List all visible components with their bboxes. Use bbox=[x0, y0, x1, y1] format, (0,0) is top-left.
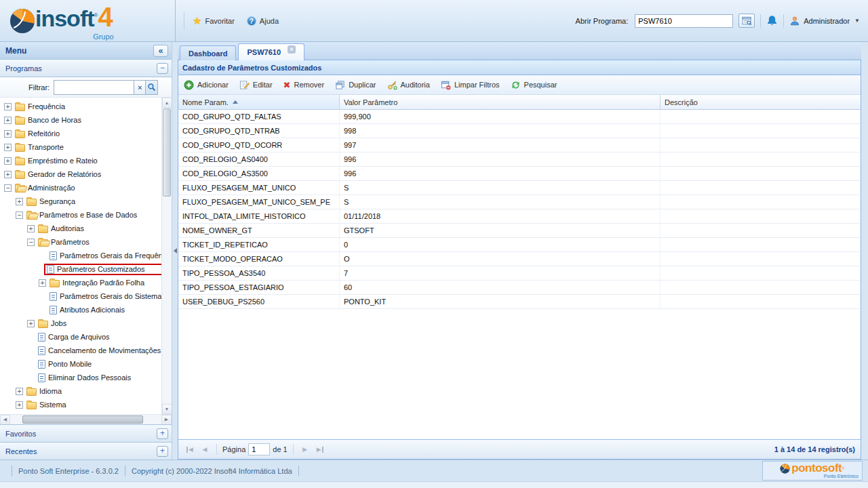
tree-item-node[interactable]: Sistema bbox=[25, 400, 70, 410]
tab-psw7610[interactable]: PSW7610 ✕ bbox=[238, 43, 304, 60]
programas-section-header[interactable]: Programas − bbox=[0, 60, 172, 77]
pesquisar-button[interactable]: Pesquisar bbox=[511, 80, 557, 90]
table-row[interactable]: FLUXO_PESAGEM_MAT_UNICO_SEM_PES bbox=[178, 195, 861, 209]
tree-item-node[interactable]: Parâmetros e Base de Dados bbox=[25, 210, 140, 220]
page-number-input[interactable] bbox=[248, 443, 270, 455]
last-page-button[interactable]: ▶ bbox=[314, 443, 326, 455]
tree-item-node[interactable]: Parâmetros Gerais do Sistema bbox=[48, 291, 161, 302]
tree-item[interactable]: +Auditorias bbox=[0, 222, 161, 235]
tree-item[interactable]: Carga de Arquivos bbox=[0, 330, 161, 344]
tree-item[interactable]: −Parâmetros bbox=[0, 235, 161, 249]
scrollbar-thumb[interactable] bbox=[163, 108, 171, 197]
recentes-expand-button[interactable]: + bbox=[157, 446, 168, 457]
tree-item[interactable]: +Idioma bbox=[0, 384, 161, 398]
table-row[interactable]: COD_RELOGIO_AS0400996 bbox=[178, 152, 861, 167]
column-header-descricao[interactable]: Descrição bbox=[660, 95, 861, 109]
table-row[interactable]: INTFOL_DATA_LIMITE_HISTORICO01/11/2018 bbox=[178, 209, 861, 224]
tab-dashboard[interactable]: Dashboard bbox=[180, 45, 236, 60]
tree-item-node[interactable]: Atributos Adicionais bbox=[48, 305, 128, 315]
tree-item[interactable]: −Parâmetros e Base de Dados bbox=[0, 208, 161, 222]
tree-item[interactable]: +Segurança bbox=[0, 195, 161, 208]
tree-item[interactable]: +Empréstimo e Rateio bbox=[0, 154, 161, 167]
user-menu-button[interactable]: Administrador ▼ bbox=[789, 16, 860, 26]
tree-item-node[interactable]: Auditorias bbox=[37, 224, 87, 234]
favoritos-section-header[interactable]: Favoritos + bbox=[0, 424, 172, 442]
expand-icon[interactable]: + bbox=[39, 279, 46, 287]
tree-item[interactable]: Atributos Adicionais bbox=[0, 303, 161, 317]
program-lookup-button[interactable] bbox=[738, 14, 755, 28]
tree-item-selected[interactable]: Parâmetros Customizados bbox=[44, 264, 161, 275]
limpar-filtros-button[interactable]: Limpar Filtros bbox=[441, 80, 500, 90]
tree-horizontal-scrollbar[interactable]: ◀ ▶ bbox=[0, 414, 172, 424]
expand-icon[interactable]: + bbox=[4, 117, 12, 124]
programas-collapse-button[interactable]: − bbox=[157, 63, 168, 74]
expand-icon[interactable]: + bbox=[4, 130, 12, 138]
tree-item[interactable]: Eliminar Dados Pessoais bbox=[0, 371, 161, 384]
tree-item-node[interactable]: Administração bbox=[14, 183, 79, 193]
expand-icon[interactable]: + bbox=[4, 157, 12, 165]
tree-item-node[interactable]: Refeitório bbox=[14, 129, 63, 139]
tree-item-node[interactable]: Cancelamento de Movimentações bbox=[37, 346, 161, 356]
scroll-up-icon[interactable]: ▲ bbox=[162, 98, 172, 108]
tree-item-node[interactable]: Integração Padrão Folha bbox=[48, 278, 148, 288]
editar-button[interactable]: Editar bbox=[239, 80, 273, 90]
close-icon[interactable]: ✕ bbox=[288, 45, 296, 54]
table-row[interactable]: NOME_OWNER_GTGTSOFT bbox=[178, 224, 861, 238]
tree-item[interactable]: Cancelamento de Movimentações bbox=[0, 344, 161, 357]
tree-item-node[interactable]: Parâmetros Gerais da Frequên bbox=[48, 251, 161, 261]
abrir-programa-input[interactable] bbox=[635, 14, 733, 28]
table-row[interactable]: FLUXO_PESAGEM_MAT_UNICOS bbox=[178, 181, 861, 195]
tree-item[interactable]: +Sistema bbox=[0, 398, 161, 411]
collapse-icon[interactable]: − bbox=[4, 184, 12, 192]
tree-item-node[interactable]: Jobs bbox=[37, 319, 70, 329]
tree-item[interactable]: Parâmetros Customizados bbox=[0, 262, 161, 276]
tree-item[interactable]: Parâmetros Gerais da Frequên bbox=[0, 249, 161, 262]
tree-item-node[interactable]: Gerador de Relatórios bbox=[14, 169, 104, 180]
collapse-icon[interactable]: − bbox=[16, 211, 23, 219]
splitter-collapse-icon[interactable] bbox=[174, 248, 177, 253]
tree-item-node[interactable]: Ponto Mobile bbox=[37, 359, 95, 369]
expand-icon[interactable]: + bbox=[4, 103, 12, 110]
tree-item-node[interactable]: Frequência bbox=[14, 102, 68, 112]
table-row[interactable]: COD_GRUPO_QTD_NTRAB998 bbox=[178, 124, 861, 138]
tree-item[interactable]: +Banco de Horas bbox=[0, 113, 161, 127]
filter-input[interactable] bbox=[54, 80, 134, 95]
notifications-bell-icon[interactable] bbox=[766, 15, 778, 26]
expand-icon[interactable]: + bbox=[27, 225, 35, 232]
previous-page-button[interactable]: ◀ bbox=[199, 443, 211, 455]
remover-button[interactable]: ✖ Remover bbox=[283, 81, 325, 89]
tree-item-node[interactable]: Segurança bbox=[25, 197, 79, 207]
tree-item[interactable]: Ponto Mobile bbox=[0, 357, 161, 371]
sidebar-collapse-button[interactable]: « bbox=[153, 45, 168, 57]
first-page-button[interactable]: ◀ bbox=[184, 443, 196, 455]
scroll-left-icon[interactable]: ◀ bbox=[0, 415, 10, 425]
tree-item[interactable]: Parâmetros Gerais do Sistema bbox=[0, 289, 161, 303]
ajuda-button[interactable]: ? Ajuda bbox=[247, 16, 279, 26]
favoritos-expand-button[interactable]: + bbox=[157, 428, 168, 439]
column-header-valor-parametro[interactable]: Valor Parâmetro bbox=[340, 95, 660, 109]
tree-item-node[interactable]: Parâmetros bbox=[37, 237, 93, 247]
collapse-icon[interactable]: − bbox=[27, 239, 35, 246]
recentes-section-header[interactable]: Recentes + bbox=[0, 442, 172, 460]
tree-item[interactable]: +Transporte bbox=[0, 140, 161, 154]
tree-item[interactable]: +Gerador de Relatórios bbox=[0, 167, 161, 181]
table-row[interactable]: TICKET_ID_REPETICAO0 bbox=[178, 238, 861, 252]
tree-item-node[interactable]: Eliminar Dados Pessoais bbox=[37, 373, 134, 383]
table-row[interactable]: TICKET_MODO_OPERACAOO bbox=[178, 252, 861, 266]
favoritar-button[interactable]: ★ Favoritar bbox=[193, 15, 235, 27]
table-row[interactable]: COD_GRUPO_QTD_FALTAS999,900 bbox=[178, 110, 861, 124]
tree-item[interactable]: −Administração bbox=[0, 181, 161, 195]
tree-item[interactable]: +Integração Padrão Folha bbox=[0, 276, 161, 289]
table-row[interactable]: TIPO_PESSOA_ESTAGIARIO60 bbox=[178, 281, 861, 295]
tree-item[interactable]: +Jobs bbox=[0, 317, 161, 330]
column-header-nome-param[interactable]: Nome Param. bbox=[178, 95, 340, 109]
expand-icon[interactable]: + bbox=[4, 171, 12, 178]
tree-vertical-scrollbar[interactable]: ▲ ▼ bbox=[161, 98, 172, 414]
scroll-down-icon[interactable]: ▼ bbox=[162, 404, 172, 414]
table-row[interactable]: COD_GRUPO_QTD_OCORR997 bbox=[178, 138, 861, 152]
panel-splitter[interactable] bbox=[172, 42, 178, 460]
expand-icon[interactable]: + bbox=[27, 320, 35, 327]
tree-item-node[interactable]: Empréstimo e Rateio bbox=[14, 156, 101, 166]
tree-item-node[interactable]: Transporte bbox=[14, 142, 67, 152]
filter-search-button[interactable] bbox=[145, 80, 158, 95]
